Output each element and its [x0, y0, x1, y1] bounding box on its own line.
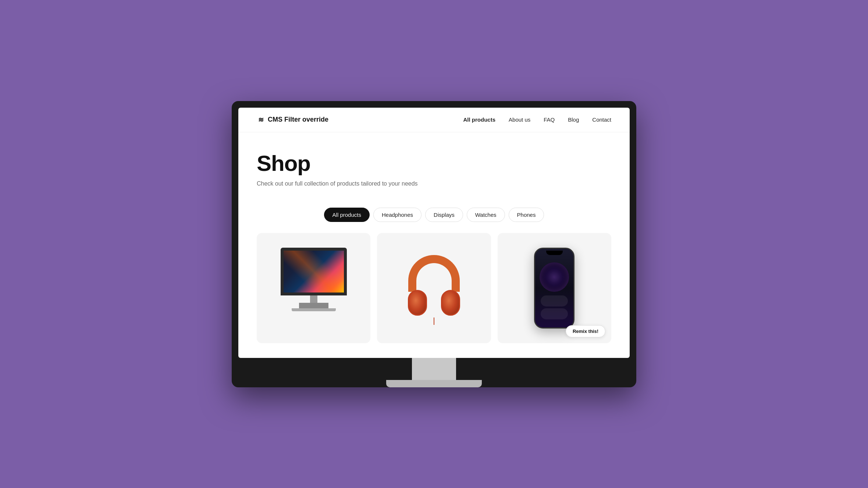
monitor-stand-base	[386, 380, 482, 387]
headphones-illustration	[401, 251, 467, 325]
nav-link-blog[interactable]: Blog	[568, 116, 579, 123]
hero-subtitle: Check out our full collection of product…	[257, 180, 611, 187]
monitor-frame: ≋ CMS Filter override All products About…	[232, 101, 636, 387]
monitor-stand-neck	[412, 358, 456, 380]
filter-phones[interactable]: Phones	[509, 208, 544, 222]
monitor-illustration	[273, 248, 354, 329]
headphone-pad-right	[441, 290, 460, 316]
phone-line-1	[541, 295, 568, 306]
monitor-neck	[310, 295, 317, 303]
browser-window: ≋ CMS Filter override All products About…	[238, 108, 630, 358]
monitor-base	[299, 303, 328, 308]
phone-content-lines	[535, 292, 573, 319]
page-title: Shop	[257, 151, 611, 176]
brand-logo[interactable]: ≋ CMS Filter override	[257, 116, 328, 124]
product-card-headphones[interactable]	[377, 233, 491, 343]
phone-screen	[540, 262, 569, 292]
phone-line-2	[541, 308, 568, 319]
headphone-pad-left	[408, 290, 427, 316]
phone-illustration	[534, 248, 574, 329]
nav-link-about-us[interactable]: About us	[509, 116, 530, 123]
nav-link-all-products[interactable]: All products	[463, 116, 496, 123]
filter-all-products[interactable]: All products	[324, 208, 370, 222]
headphones-arc	[408, 255, 460, 292]
navigation: ≋ CMS Filter override All products About…	[238, 108, 630, 132]
headphones-pads	[408, 290, 460, 316]
remix-button[interactable]: Remix this!	[566, 325, 605, 337]
monitor-stand	[292, 308, 336, 311]
product-card-phone[interactable]: Remix this!	[498, 233, 611, 343]
hero-section: Shop Check out our full collection of pr…	[238, 132, 630, 208]
monitor-screen	[281, 248, 347, 295]
filter-watches[interactable]: Watches	[467, 208, 505, 222]
brand-name: CMS Filter override	[268, 116, 328, 123]
brand-icon: ≋	[257, 116, 265, 124]
nav-link-contact[interactable]: Contact	[592, 116, 611, 123]
filter-tabs: All products Headphones Displays Watches…	[238, 208, 630, 233]
headphones-cable	[434, 317, 434, 325]
product-image-headphones	[377, 233, 491, 343]
filter-headphones[interactable]: Headphones	[373, 208, 421, 222]
nav-link-faq[interactable]: FAQ	[544, 116, 555, 123]
phone-notch	[546, 251, 563, 255]
nav-links: All products About us FAQ Blog Contact	[463, 116, 611, 123]
product-image-monitor	[257, 233, 370, 343]
product-card-monitor[interactable]	[257, 233, 370, 343]
filter-displays[interactable]: Displays	[425, 208, 463, 222]
product-grid: Remix this!	[238, 233, 630, 358]
